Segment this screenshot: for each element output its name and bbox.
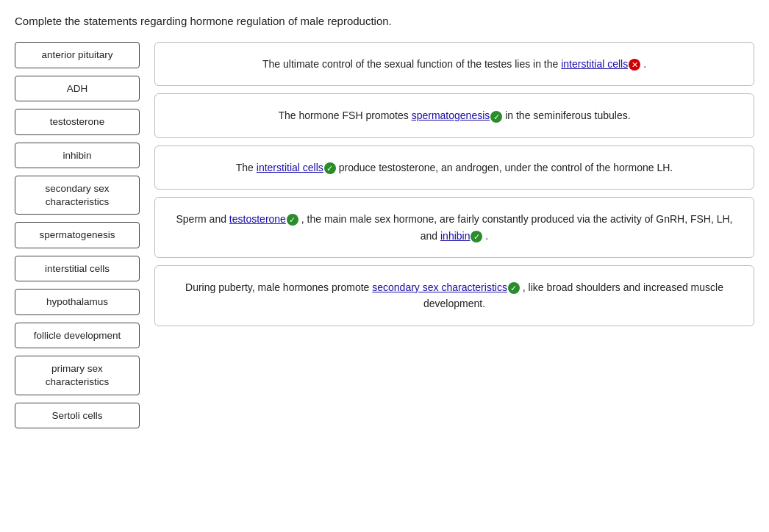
statements-list: The ultimate control of the sexual funct… xyxy=(154,42,754,326)
stmt1-text-before: The ultimate control of the sexual funct… xyxy=(262,58,561,70)
term-interstitial-cells[interactable]: interstitial cells xyxy=(15,256,140,282)
term-follicle-development[interactable]: follicle development xyxy=(15,323,140,349)
stmt1-text-after: . xyxy=(643,58,646,70)
stmt4-answer2[interactable]: inhibin xyxy=(440,230,470,242)
stmt2-answer[interactable]: spermatogenesis xyxy=(412,109,490,121)
stmt3-text-after: produce testosterone, an androgen, under… xyxy=(339,162,673,173)
stmt4-text-mid: , the main male sex hormone, are fairly … xyxy=(301,213,733,241)
statement-1: The ultimate control of the sexual funct… xyxy=(154,42,754,86)
statement-4: Sperm and testosterone✓ , the main male … xyxy=(154,197,754,258)
term-secondary-sex-characteristics[interactable]: secondary sexcharacteristics xyxy=(15,176,140,215)
term-anterior-pituitary[interactable]: anterior pituitary xyxy=(15,42,140,68)
page-title: Complete the statements regarding hormon… xyxy=(15,15,754,27)
stmt4-text-after: . xyxy=(485,230,488,242)
stmt4-icon2-correct: ✓ xyxy=(471,231,482,242)
term-inhibin[interactable]: inhibin xyxy=(15,143,140,169)
stmt4-text-before: Sperm and xyxy=(176,213,229,225)
stmt2-icon-correct: ✓ xyxy=(490,111,502,123)
stmt1-icon-incorrect: ✕ xyxy=(629,59,640,71)
stmt5-text-before: During puberty, male hormones promote xyxy=(185,281,372,293)
stmt3-text-before: The xyxy=(236,162,257,173)
stmt5-icon-correct: ✓ xyxy=(508,282,520,294)
stmt3-icon-correct: ✓ xyxy=(324,162,336,174)
term-primary-sex-characteristics[interactable]: primary sexcharacteristics xyxy=(15,356,140,395)
statement-5: During puberty, male hormones promote se… xyxy=(154,265,754,326)
statement-3: The interstitial cells✓ produce testoste… xyxy=(154,145,754,190)
term-adh[interactable]: ADH xyxy=(15,76,140,102)
stmt1-answer[interactable]: interstitial cells xyxy=(561,58,628,70)
main-layout: anterior pituitary ADH testosterone inhi… xyxy=(15,42,754,428)
stmt2-text-after: in the seminiferous tubules. xyxy=(505,109,630,121)
stmt5-answer[interactable]: secondary sex characteristics xyxy=(372,281,507,293)
term-list: anterior pituitary ADH testosterone inhi… xyxy=(15,42,140,428)
stmt4-answer1[interactable]: testosterone xyxy=(229,213,286,225)
stmt3-answer[interactable]: interstitial cells xyxy=(257,162,323,173)
stmt4-icon1-correct: ✓ xyxy=(287,214,298,226)
statement-2: The hormone FSH promotes spermatogenesis… xyxy=(154,93,754,137)
term-spermatogenesis[interactable]: spermatogenesis xyxy=(15,222,140,248)
term-hypothalamus[interactable]: hypothalamus xyxy=(15,289,140,315)
term-sertoli-cells[interactable]: Sertoli cells xyxy=(15,403,140,429)
stmt2-text-before: The hormone FSH promotes xyxy=(278,109,411,121)
term-testosterone[interactable]: testosterone xyxy=(15,109,140,135)
